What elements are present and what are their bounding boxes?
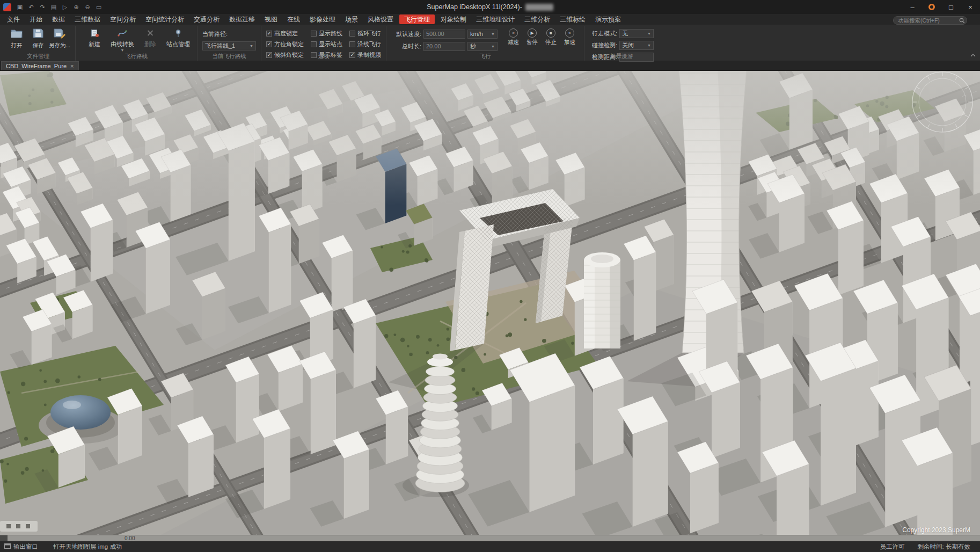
- tab-file[interactable]: 文件: [2, 14, 25, 24]
- tab-view[interactable]: 视图: [260, 14, 282, 24]
- stop-button[interactable]: ■停止: [542, 27, 560, 46]
- chevron-down-icon: ▼: [491, 32, 495, 36]
- open-icon[interactable]: ▤: [48, 2, 59, 12]
- tab-analysis-3d[interactable]: 三维分析: [520, 14, 555, 24]
- walk-mode-select[interactable]: 无 ▼: [619, 29, 654, 38]
- checkbox-along-line[interactable]: 沿线飞行: [349, 40, 381, 48]
- site-manager-icon: [173, 29, 183, 40]
- redacted-workspace-name: [525, 4, 553, 11]
- checkbox-box-icon: ✓: [266, 31, 272, 37]
- pause-icon: ▶: [528, 28, 537, 38]
- ribbon-group-flight-route: 新建由线转换▼删除站点管理 飞行路线: [76, 26, 198, 61]
- zoom-in-icon[interactable]: ⊕: [71, 2, 82, 12]
- route-group-buttons: 新建由线转换▼删除站点管理: [81, 27, 192, 53]
- search-input[interactable]: [893, 16, 967, 25]
- tab-data[interactable]: 数据: [47, 14, 70, 24]
- duration-unit-value: 秒: [470, 42, 476, 50]
- tab-spatial-analysis[interactable]: 空间分析: [105, 14, 141, 24]
- speed-unit-select[interactable]: km/h ▼: [467, 30, 498, 39]
- save-as-icon: [53, 28, 66, 41]
- status-bar: 输出窗口 打开天地图图层 img 成功 员工许可 剩余时间: 长期有效: [0, 541, 980, 552]
- open-button[interactable]: 打开: [6, 27, 27, 49]
- ribbon: 打开保存另存为... 文件管理 新建由线转换▼删除站点管理 飞行路线 当前路径:…: [0, 25, 980, 61]
- delete-route-button[interactable]: 删除: [136, 27, 164, 48]
- search-area: [893, 15, 967, 25]
- chevron-down-icon: ▼: [647, 32, 651, 35]
- status-message: 打开天地图图层 img 成功: [53, 543, 122, 551]
- tab-object-drawing[interactable]: 对象绘制: [436, 14, 471, 24]
- current-route-select[interactable]: 飞行路线_1 ▼: [202, 41, 256, 50]
- doc-tab-label: CBD_WireFrame_Pure: [6, 63, 67, 69]
- tab-style-settings[interactable]: 风格设置: [363, 14, 398, 24]
- checkbox-loop-flight[interactable]: 循环飞行: [349, 30, 381, 38]
- new-route-button[interactable]: 新建: [81, 27, 108, 48]
- tab-flight-management[interactable]: 飞行管理: [399, 14, 435, 24]
- ribbon-group-scene-roam: 行走模式: 无 ▼ 碰撞检测: 关闭 ▼ 检测距离:: [584, 26, 659, 61]
- tab-data-migration[interactable]: 数据迁移: [224, 14, 260, 24]
- chevron-down-icon: ▼: [491, 45, 495, 48]
- group-label-roam: 场景漫游: [584, 53, 659, 60]
- tab-data-3d[interactable]: 三维数据: [70, 14, 105, 24]
- line-convert-button[interactable]: 由线转换▼: [108, 27, 136, 52]
- scene-3d-render: [0, 71, 980, 535]
- tab-online[interactable]: 在线: [282, 14, 305, 24]
- close-button[interactable]: ×: [961, 0, 980, 14]
- total-duration-input[interactable]: [423, 42, 465, 51]
- decelerate-button[interactable]: «减速: [504, 27, 523, 46]
- checkbox-azimuth-lock[interactable]: ✓方位角锁定: [266, 40, 304, 48]
- file-group-buttons: 打开保存另存为...: [6, 27, 70, 53]
- timeline-handle[interactable]: [0, 535, 8, 541]
- collision-select[interactable]: 关闭 ▼: [619, 41, 654, 50]
- accelerate-icon: »: [565, 28, 574, 38]
- decelerate-icon: «: [509, 28, 518, 38]
- run-icon[interactable]: ▷: [60, 2, 70, 12]
- scene-3d-viewport[interactable]: Copyright 2023 SuperM: [0, 71, 980, 535]
- tab-start[interactable]: 开始: [25, 14, 47, 24]
- tab-plotting-3d[interactable]: 三维标绘: [555, 14, 590, 24]
- title-bar: ▣↶↷▤▷⊕⊖▭ SuperMap iDesktopX 11i(2024)- –…: [0, 0, 980, 14]
- save-as-button[interactable]: 另存为...: [49, 27, 70, 49]
- tab-geo-design-3d[interactable]: 三维地理设计: [471, 14, 520, 24]
- folder-icon[interactable]: ▭: [93, 2, 104, 12]
- site-manager-button[interactable]: 站点管理: [164, 27, 192, 48]
- save-icon[interactable]: ▣: [14, 2, 25, 12]
- tab-scene[interactable]: 场景: [340, 14, 363, 24]
- duration-unit-select[interactable]: 秒 ▼: [467, 42, 498, 51]
- redo-icon[interactable]: ↷: [37, 2, 48, 12]
- license-remaining: 剩余时间: 长期有效: [918, 543, 970, 551]
- quick-access-toolbar: ▣↶↷▤▷⊕⊖▭: [14, 2, 104, 12]
- output-window-button[interactable]: 输出窗口: [4, 543, 38, 551]
- checkbox-box-icon: [349, 41, 355, 47]
- window-title: SuperMap iDesktopX 11i(2024)-: [427, 3, 522, 11]
- doc-tab-close-icon[interactable]: ×: [70, 63, 74, 69]
- group-label-current-route: 当前飞行路线: [198, 53, 261, 60]
- default-speed-input[interactable]: [423, 30, 465, 39]
- tab-traffic-analysis[interactable]: 交通分析: [189, 14, 224, 24]
- tab-demo-plan[interactable]: 演示预案: [590, 14, 626, 24]
- stop-icon: ■: [546, 28, 555, 38]
- chevron-down-icon: ▼: [647, 43, 651, 47]
- maximize-button[interactable]: □: [941, 0, 961, 14]
- checkbox-show-stops[interactable]: 显示站点: [311, 40, 342, 48]
- line-convert-icon: [118, 29, 127, 40]
- license-indicator-icon[interactable]: [922, 0, 941, 14]
- walk-mode-value: 无: [622, 30, 628, 38]
- save-button[interactable]: 保存: [27, 27, 49, 49]
- zoom-out-icon[interactable]: ⊖: [82, 2, 93, 12]
- window-controls: – □ ×: [903, 0, 980, 14]
- pause-button[interactable]: ▶暂停: [523, 27, 542, 46]
- collapse-ribbon-button[interactable]: [970, 49, 976, 59]
- ribbon-tab-bar: 文件开始数据三维数据空间分析空间统计分析交通分析数据迁移视图在线影像处理场景风格…: [0, 14, 980, 25]
- tab-spatial-statistics[interactable]: 空间统计分析: [141, 14, 189, 24]
- checkbox-height-lock[interactable]: ✓高度锁定: [266, 30, 304, 38]
- minimize-button[interactable]: –: [903, 0, 922, 14]
- accelerate-button[interactable]: »加速: [560, 27, 579, 46]
- checkbox-show-route[interactable]: 显示路线: [311, 30, 342, 38]
- open-icon: [10, 28, 23, 41]
- chevron-down-icon: ▼: [121, 49, 125, 52]
- doc-tab-active[interactable]: CBD_WireFrame_Pure×: [1, 61, 79, 70]
- ribbon-group-current-route: 当前路径: 飞行路线_1 ▼ 当前飞行路线: [198, 26, 261, 61]
- flight-timeline-bar[interactable]: 0.00: [0, 535, 980, 541]
- tab-imagery[interactable]: 影像处理: [305, 14, 340, 24]
- undo-icon[interactable]: ↶: [26, 2, 36, 12]
